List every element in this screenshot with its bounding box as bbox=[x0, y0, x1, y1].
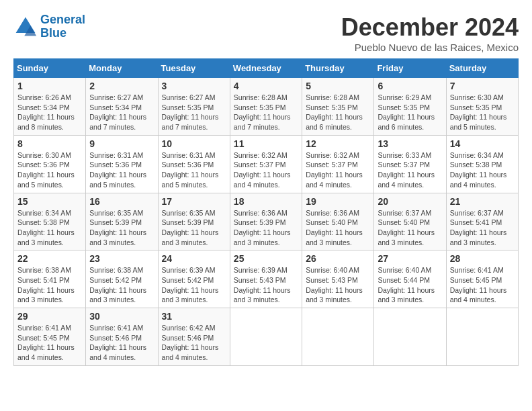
day-number: 11 bbox=[234, 138, 298, 149]
day-number: 16 bbox=[89, 196, 154, 207]
day-number: 19 bbox=[306, 196, 370, 207]
calendar-cell: 6Sunrise: 6:29 AMSunset: 5:35 PMDaylight… bbox=[374, 78, 446, 136]
calendar-cell: 25Sunrise: 6:39 AMSunset: 5:43 PMDayligh… bbox=[230, 250, 302, 308]
calendar-cell: 10Sunrise: 6:31 AMSunset: 5:36 PMDayligh… bbox=[158, 135, 230, 193]
day-detail: Sunrise: 6:28 AMSunset: 5:35 PMDaylight:… bbox=[306, 93, 370, 132]
calendar-cell: 23Sunrise: 6:38 AMSunset: 5:42 PMDayligh… bbox=[86, 250, 158, 308]
day-number: 26 bbox=[306, 253, 370, 264]
calendar-cell: 3Sunrise: 6:27 AMSunset: 5:35 PMDaylight… bbox=[158, 78, 230, 136]
day-detail: Sunrise: 6:30 AMSunset: 5:35 PMDaylight:… bbox=[450, 93, 515, 132]
calendar-cell: 22Sunrise: 6:38 AMSunset: 5:41 PMDayligh… bbox=[14, 250, 86, 308]
col-header-friday: Friday bbox=[374, 59, 446, 78]
day-number: 18 bbox=[234, 196, 298, 207]
day-detail: Sunrise: 6:31 AMSunset: 5:36 PMDaylight:… bbox=[89, 150, 154, 190]
month-title: December 2024 bbox=[341, 13, 519, 42]
col-header-thursday: Thursday bbox=[302, 59, 374, 78]
day-detail: Sunrise: 6:35 AMSunset: 5:39 PMDaylight:… bbox=[162, 208, 226, 248]
day-detail: Sunrise: 6:28 AMSunset: 5:35 PMDaylight:… bbox=[234, 93, 298, 132]
day-number: 13 bbox=[378, 138, 442, 149]
calendar-cell: 29Sunrise: 6:41 AMSunset: 5:45 PMDayligh… bbox=[14, 308, 86, 366]
calendar-cell: 2Sunrise: 6:27 AMSunset: 5:34 PMDaylight… bbox=[86, 78, 158, 136]
day-number: 12 bbox=[306, 138, 370, 149]
day-detail: Sunrise: 6:27 AMSunset: 5:34 PMDaylight:… bbox=[89, 93, 154, 132]
day-number: 27 bbox=[378, 253, 442, 264]
col-header-monday: Monday bbox=[86, 59, 158, 78]
calendar-cell: 28Sunrise: 6:41 AMSunset: 5:45 PMDayligh… bbox=[446, 250, 518, 308]
calendar-cell: 12Sunrise: 6:32 AMSunset: 5:37 PMDayligh… bbox=[302, 135, 374, 193]
calendar-cell bbox=[374, 308, 446, 366]
day-number: 1 bbox=[17, 81, 82, 91]
day-detail: Sunrise: 6:42 AMSunset: 5:46 PMDaylight:… bbox=[162, 323, 226, 363]
calendar-cell: 13Sunrise: 6:33 AMSunset: 5:37 PMDayligh… bbox=[374, 135, 446, 193]
location: Pueblo Nuevo de las Raices, Mexico bbox=[341, 42, 519, 53]
day-detail: Sunrise: 6:33 AMSunset: 5:37 PMDaylight:… bbox=[378, 150, 442, 190]
day-number: 21 bbox=[450, 196, 515, 207]
logo-text: General Blue bbox=[40, 13, 85, 40]
day-number: 4 bbox=[234, 81, 298, 91]
day-detail: Sunrise: 6:26 AMSunset: 5:34 PMDaylight:… bbox=[17, 93, 82, 132]
page-header: General Blue December 2024 Pueblo Nuevo … bbox=[13, 13, 519, 53]
calendar-cell: 14Sunrise: 6:34 AMSunset: 5:38 PMDayligh… bbox=[446, 135, 518, 193]
day-number: 14 bbox=[450, 138, 515, 149]
calendar-cell: 4Sunrise: 6:28 AMSunset: 5:35 PMDaylight… bbox=[230, 78, 302, 136]
calendar-table: SundayMondayTuesdayWednesdayThursdayFrid… bbox=[13, 58, 519, 366]
day-number: 15 bbox=[17, 196, 82, 207]
week-row-5: 29Sunrise: 6:41 AMSunset: 5:45 PMDayligh… bbox=[14, 308, 519, 366]
calendar-cell: 27Sunrise: 6:40 AMSunset: 5:44 PMDayligh… bbox=[374, 250, 446, 308]
calendar-cell: 1Sunrise: 6:26 AMSunset: 5:34 PMDaylight… bbox=[14, 78, 86, 136]
day-detail: Sunrise: 6:36 AMSunset: 5:39 PMDaylight:… bbox=[234, 208, 298, 248]
logo-line2: Blue bbox=[40, 26, 66, 40]
calendar-cell: 19Sunrise: 6:36 AMSunset: 5:40 PMDayligh… bbox=[302, 193, 374, 250]
calendar-cell: 26Sunrise: 6:40 AMSunset: 5:43 PMDayligh… bbox=[302, 250, 374, 308]
col-header-saturday: Saturday bbox=[446, 59, 518, 78]
calendar-cell: 15Sunrise: 6:34 AMSunset: 5:38 PMDayligh… bbox=[14, 193, 86, 250]
day-detail: Sunrise: 6:37 AMSunset: 5:40 PMDaylight:… bbox=[378, 208, 442, 248]
day-detail: Sunrise: 6:35 AMSunset: 5:39 PMDaylight:… bbox=[89, 208, 154, 248]
calendar-cell bbox=[446, 308, 518, 366]
calendar-cell bbox=[230, 308, 302, 366]
week-row-4: 22Sunrise: 6:38 AMSunset: 5:41 PMDayligh… bbox=[14, 250, 519, 308]
day-detail: Sunrise: 6:39 AMSunset: 5:42 PMDaylight:… bbox=[162, 265, 226, 305]
day-detail: Sunrise: 6:32 AMSunset: 5:37 PMDaylight:… bbox=[234, 150, 298, 190]
day-detail: Sunrise: 6:40 AMSunset: 5:44 PMDaylight:… bbox=[378, 265, 442, 305]
day-number: 29 bbox=[17, 311, 82, 322]
day-detail: Sunrise: 6:39 AMSunset: 5:43 PMDaylight:… bbox=[234, 265, 298, 305]
calendar-cell: 8Sunrise: 6:30 AMSunset: 5:36 PMDaylight… bbox=[14, 135, 86, 193]
calendar-cell: 31Sunrise: 6:42 AMSunset: 5:46 PMDayligh… bbox=[158, 308, 230, 366]
day-number: 28 bbox=[450, 253, 515, 264]
day-detail: Sunrise: 6:38 AMSunset: 5:42 PMDaylight:… bbox=[89, 265, 154, 305]
day-number: 2 bbox=[89, 81, 154, 91]
calendar-cell: 11Sunrise: 6:32 AMSunset: 5:37 PMDayligh… bbox=[230, 135, 302, 193]
day-detail: Sunrise: 6:34 AMSunset: 5:38 PMDaylight:… bbox=[17, 208, 82, 248]
calendar-cell: 5Sunrise: 6:28 AMSunset: 5:35 PMDaylight… bbox=[302, 78, 374, 136]
calendar-cell: 7Sunrise: 6:30 AMSunset: 5:35 PMDaylight… bbox=[446, 78, 518, 136]
day-number: 23 bbox=[89, 253, 154, 264]
day-detail: Sunrise: 6:31 AMSunset: 5:36 PMDaylight:… bbox=[162, 150, 226, 190]
col-header-wednesday: Wednesday bbox=[230, 59, 302, 78]
week-row-1: 1Sunrise: 6:26 AMSunset: 5:34 PMDaylight… bbox=[14, 78, 519, 136]
week-row-2: 8Sunrise: 6:30 AMSunset: 5:36 PMDaylight… bbox=[14, 135, 519, 193]
week-row-3: 15Sunrise: 6:34 AMSunset: 5:38 PMDayligh… bbox=[14, 193, 519, 250]
day-number: 5 bbox=[306, 81, 370, 91]
day-number: 20 bbox=[378, 196, 442, 207]
day-detail: Sunrise: 6:32 AMSunset: 5:37 PMDaylight:… bbox=[306, 150, 370, 190]
calendar-cell: 21Sunrise: 6:37 AMSunset: 5:41 PMDayligh… bbox=[446, 193, 518, 250]
day-number: 9 bbox=[89, 138, 154, 149]
day-number: 24 bbox=[162, 253, 226, 264]
title-block: December 2024 Pueblo Nuevo de las Raices… bbox=[341, 13, 519, 53]
day-detail: Sunrise: 6:36 AMSunset: 5:40 PMDaylight:… bbox=[306, 208, 370, 248]
day-detail: Sunrise: 6:38 AMSunset: 5:41 PMDaylight:… bbox=[17, 265, 82, 305]
day-detail: Sunrise: 6:41 AMSunset: 5:46 PMDaylight:… bbox=[89, 323, 154, 363]
day-detail: Sunrise: 6:27 AMSunset: 5:35 PMDaylight:… bbox=[162, 93, 226, 132]
day-number: 31 bbox=[162, 311, 226, 322]
day-number: 30 bbox=[89, 311, 154, 322]
day-number: 10 bbox=[162, 138, 226, 149]
day-number: 25 bbox=[234, 253, 298, 264]
day-number: 8 bbox=[17, 138, 82, 149]
calendar-cell: 9Sunrise: 6:31 AMSunset: 5:36 PMDaylight… bbox=[86, 135, 158, 193]
col-header-sunday: Sunday bbox=[14, 59, 86, 78]
col-header-tuesday: Tuesday bbox=[158, 59, 230, 78]
calendar-cell: 16Sunrise: 6:35 AMSunset: 5:39 PMDayligh… bbox=[86, 193, 158, 250]
day-number: 22 bbox=[17, 253, 82, 264]
day-number: 6 bbox=[378, 81, 442, 91]
